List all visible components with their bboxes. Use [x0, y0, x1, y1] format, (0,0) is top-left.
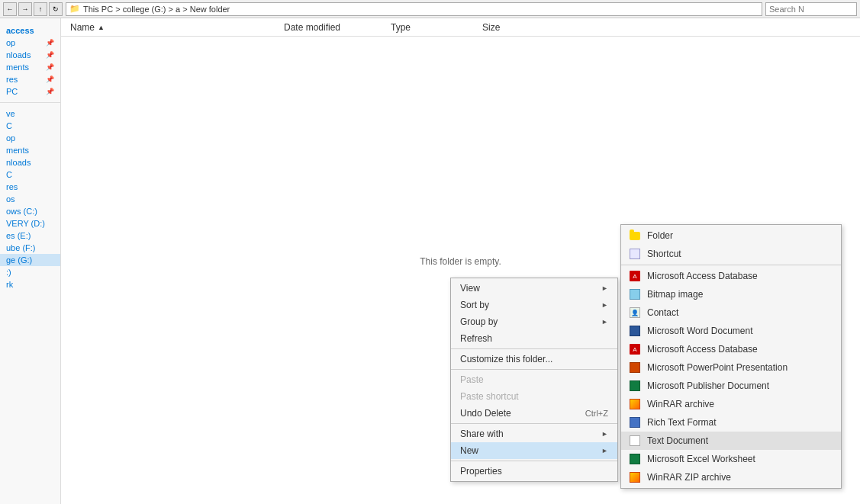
sidebar-item-9[interactable]: ows (C:) [0, 205, 60, 217]
sidebar-label: ments [6, 63, 29, 72]
sidebar-divider [0, 102, 60, 103]
sidebar-item-pictures[interactable]: res 📌 [0, 73, 60, 85]
submenu-arrow-icon: ► [601, 447, 608, 454]
context-menu-right: Folder Shortcut A Microsoft Access Datab… [620, 224, 842, 489]
sidebar-item-5[interactable]: nloads [0, 156, 60, 169]
submenu-arrow-icon: ► [601, 318, 608, 326]
new-word-item[interactable]: Microsoft Word Document [621, 322, 841, 340]
excel-icon [629, 453, 641, 465]
ctx-properties[interactable]: Properties [451, 463, 617, 480]
new-rtf-item[interactable]: Rich Text Format [621, 413, 841, 432]
back-button[interactable]: ← [3, 2, 17, 16]
new-folder-item[interactable]: Folder [621, 226, 841, 245]
ctx-paste[interactable]: Paste [451, 371, 617, 388]
winrar-icon [629, 398, 641, 410]
sidebar-item-14[interactable]: :) [0, 266, 60, 278]
sidebar-item-6[interactable]: C [0, 169, 60, 181]
ctx-customize[interactable]: Customize this folder... [451, 351, 617, 368]
content-area: Name ▲ Date modified Type Size This fold… [61, 18, 860, 504]
new-access-item[interactable]: A Microsoft Access Database [621, 267, 841, 285]
undo-shortcut: Ctrl+Z [585, 409, 608, 418]
nav-buttons: ← → ↑ ↻ [3, 2, 63, 16]
new-contact-item[interactable]: 👤 Contact [621, 303, 841, 322]
context-menu-left: View ► Sort by ► Group by ► Refresh Cust… [450, 278, 618, 482]
ctx-refresh[interactable]: Refresh [451, 330, 617, 347]
up-button[interactable]: ↑ [34, 2, 47, 16]
ctx-separator [451, 348, 617, 349]
sidebar-item-13[interactable]: ge (G:) [0, 254, 60, 266]
sidebar-item-1[interactable]: ve [0, 108, 60, 120]
col-header-date[interactable]: Date modified [281, 22, 388, 33]
col-header-type[interactable]: Type [388, 22, 479, 33]
ctx-paste-shortcut[interactable]: Paste shortcut [451, 388, 617, 405]
forward-button[interactable]: → [18, 2, 32, 16]
ctx-right-separator [621, 265, 841, 265]
bitmap-icon [629, 288, 641, 300]
ctx-view[interactable]: View ► [451, 280, 617, 297]
ctx-separator [451, 369, 617, 370]
ctx-separator [451, 423, 617, 424]
column-headers: Name ▲ Date modified Type Size [61, 18, 860, 37]
sidebar-item-11[interactable]: es (E:) [0, 230, 60, 242]
search-input[interactable] [765, 2, 857, 16]
sidebar-item-2[interactable]: C [0, 120, 60, 132]
address-bar[interactable]: 📁 This PC > college (G:) > a > New folde… [66, 2, 762, 16]
new-winrar-zip-item[interactable]: WinRAR ZIP archive [621, 468, 841, 486]
sidebar-item-thispc[interactable]: PC 📌 [0, 85, 60, 98]
sidebar-item-desktop[interactable]: op 📌 [0, 37, 60, 49]
ctx-new[interactable]: New ► [451, 442, 617, 459]
title-bar: ← → ↑ ↻ 📁 This PC > college (G:) > a > N… [0, 0, 860, 18]
new-txt-item[interactable]: Text Document [621, 432, 841, 450]
pin-icon: 📌 [46, 75, 54, 83]
pin-icon: 📌 [46, 63, 54, 71]
sidebar-label: res [6, 75, 18, 84]
shortcut-icon [629, 248, 641, 260]
sidebar-item-8[interactable]: os [0, 193, 60, 205]
sidebar-item-4[interactable]: ments [0, 144, 60, 156]
pin-icon: 📌 [46, 88, 54, 95]
pin-icon: 📌 [46, 51, 54, 59]
new-shortcut-item[interactable]: Shortcut [621, 245, 841, 263]
word-icon [629, 325, 641, 337]
new-access2-item[interactable]: A Microsoft Access Database [621, 340, 841, 358]
sidebar-section-title: access [0, 24, 60, 37]
folder-icon: 📁 [69, 4, 80, 14]
ctx-undo-delete[interactable]: Undo Delete Ctrl+Z [451, 405, 617, 422]
new-excel-item[interactable]: Microsoft Excel Worksheet [621, 450, 841, 468]
ctx-group[interactable]: Group by ► [451, 313, 617, 330]
main-layout: access op 📌 nloads 📌 ments 📌 res 📌 PC 📌 … [0, 18, 860, 504]
ppt-icon [629, 361, 641, 374]
sidebar-item-documents[interactable]: ments 📌 [0, 61, 60, 73]
empty-folder-message: This folder is empty. [420, 256, 501, 267]
access-icon: A [629, 270, 641, 282]
new-bitmap-item[interactable]: Bitmap image [621, 285, 841, 303]
sidebar-item-3[interactable]: op [0, 132, 60, 144]
sidebar-label: PC [6, 87, 18, 96]
folder-icon [629, 230, 641, 242]
sidebar: access op 📌 nloads 📌 ments 📌 res 📌 PC 📌 … [0, 18, 61, 504]
new-winrar-item[interactable]: WinRAR archive [621, 395, 841, 413]
ctx-share[interactable]: Share with ► [451, 425, 617, 442]
sidebar-item-downloads[interactable]: nloads 📌 [0, 49, 60, 61]
refresh-button[interactable]: ↻ [49, 2, 63, 16]
new-publisher-item[interactable]: Microsoft Publisher Document [621, 377, 841, 395]
ctx-sort[interactable]: Sort by ► [451, 297, 617, 313]
submenu-arrow-icon: ► [601, 430, 608, 438]
new-ppt-item[interactable]: Microsoft PowerPoint Presentation [621, 358, 841, 377]
sidebar-label: op [6, 38, 15, 47]
contact-icon: 👤 [629, 307, 641, 319]
sidebar-item-12[interactable]: ube (F:) [0, 242, 60, 254]
pin-icon: 📌 [46, 39, 54, 47]
publisher-icon [629, 380, 641, 392]
sidebar-item-10[interactable]: VERY (D:) [0, 217, 60, 230]
txt-icon [629, 435, 641, 447]
col-header-size[interactable]: Size [479, 22, 540, 33]
col-header-name[interactable]: Name ▲ [67, 22, 281, 33]
sidebar-label: nloads [6, 50, 31, 59]
winrar-zip-icon [629, 471, 641, 483]
rtf-icon [629, 416, 641, 429]
ctx-separator [451, 461, 617, 461]
access2-icon: A [629, 343, 641, 355]
sidebar-item-7[interactable]: res [0, 181, 60, 193]
sidebar-item-15[interactable]: rk [0, 278, 60, 291]
